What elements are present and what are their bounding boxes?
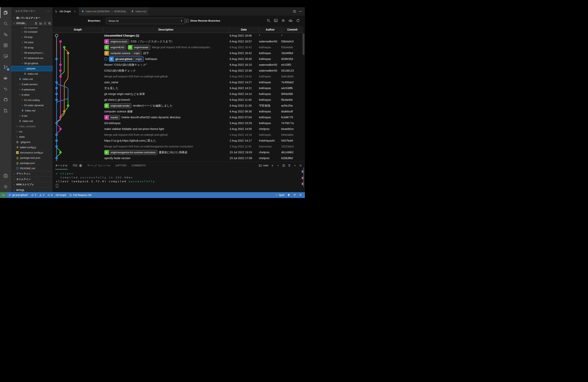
branch-label-computer-science[interactable]: computer-scienceorigin	[104, 51, 142, 56]
branch-label-origin/css-test1[interactable]: origin/css-test1	[104, 39, 129, 44]
tree-item[interactable]: {}package-lock.json	[11, 155, 53, 160]
branches-dropdown[interactable]: Show All ▼	[106, 18, 185, 24]
activity-item-files[interactable]	[0, 7, 11, 18]
show-remote-branches-checkbox[interactable]: ✓	[185, 19, 189, 23]
graph-commit-dot[interactable]	[55, 122, 58, 125]
activity-item-github[interactable]	[0, 94, 11, 105]
tree-item[interactable]: 9-old	[11, 113, 53, 118]
graph-commit-dot[interactable]	[55, 139, 58, 142]
terminal-output[interactable]: ✔ Client Compiled successfully in 202.08…	[56, 172, 155, 188]
tree-item[interactable]: src	[11, 129, 53, 134]
branch-label-git-and-github[interactable]: git-and-githuborigin	[109, 56, 144, 62]
graph-commit-dot[interactable]	[55, 34, 58, 37]
shell-selector[interactable]: node	[259, 164, 268, 167]
status-0[interactable]: 0	[30, 192, 38, 198]
graph-commit-dot[interactable]	[59, 40, 62, 43]
activity-item-run-debug[interactable]	[0, 29, 11, 40]
graph-commit-dot[interactable]	[55, 93, 58, 95]
tab-index.md (003fe35d^ ↔ 003fe35d)[interactable]: index.md (003fe35d^ ↔ 003fe35d)	[79, 7, 128, 16]
graph-commit-dot[interactable]	[59, 128, 62, 130]
search-icon[interactable]	[266, 19, 271, 22]
status-Spell[interactable]: Spell	[273, 192, 286, 198]
new-file-icon[interactable]	[35, 22, 38, 25]
tree-item[interactable]: index.md	[11, 118, 53, 124]
refresh-icon[interactable]	[43, 22, 46, 25]
caret-down-icon[interactable]	[276, 164, 280, 167]
tree-item[interactable]: 02-constant	[11, 29, 53, 34]
panel-tab-デバッグ コンソール[interactable]: デバッグ コンソール	[87, 162, 110, 170]
graph-commit-dot[interactable]	[59, 151, 62, 154]
split-icon[interactable]	[282, 164, 285, 167]
sidebar-section-タイムライン[interactable]: タイムライン	[11, 176, 53, 182]
tree-item[interactable]: 05-array	[11, 45, 53, 50]
new-folder-icon[interactable]	[39, 22, 42, 25]
tree-item[interactable]: 07-advanced-css	[11, 55, 53, 61]
activity-item-extensions[interactable]	[0, 40, 11, 51]
activity-item-search[interactable]	[0, 18, 11, 29]
branch-label-origin/reorganize-for-summer-curriculum[interactable]: origin/reorganize-for-summer-curriculum	[104, 150, 157, 155]
branch-label-origin/master[interactable]: origin/master	[128, 45, 150, 50]
editor-scrollbar[interactable]	[303, 33, 304, 55]
graph-commit-dot[interactable]	[63, 46, 65, 49]
activity-item-settings[interactable]	[0, 181, 11, 192]
tree-item[interactable]: 01-not-coding	[11, 97, 53, 103]
status-Pull Request #34[interactable]: Pull Request #34	[68, 192, 93, 198]
sidebar-section-NPM スクリプト[interactable]: NPM スクリプト	[11, 182, 53, 187]
tree-item[interactable]: pictures	[11, 66, 53, 71]
panel-tab-COMMENTS[interactable]: COMMENTS	[131, 162, 146, 170]
fetch-icon[interactable]	[289, 19, 293, 22]
activity-item-docker[interactable]	[0, 73, 11, 84]
activity-item-history[interactable]	[0, 84, 11, 94]
status-Git Graph[interactable]: Git Graph	[54, 192, 68, 198]
tree-item[interactable]: 08-git-github	[11, 61, 53, 66]
graph-commit-dot[interactable]	[55, 81, 58, 84]
graph-commit-dot[interactable]	[59, 64, 62, 66]
status-bell-dot[interactable]	[297, 192, 303, 198]
tree-item[interactable]: 8-other	[11, 92, 53, 97]
remote-indicator[interactable]	[0, 192, 7, 198]
activity-item-account[interactable]	[0, 170, 11, 181]
tab-Git Graph[interactable]: Git Graph	[53, 7, 79, 16]
graph-commit-dot[interactable]	[55, 58, 58, 60]
workspace-folder-header[interactable]: UTCOD...	[11, 21, 53, 26]
graph-commit-dot[interactable]	[55, 99, 58, 101]
tree-item[interactable]: 04-class	[11, 40, 53, 45]
graph-commit-dot[interactable]	[59, 75, 62, 78]
close-icon[interactable]	[74, 10, 76, 13]
graph-commit-dot[interactable]	[55, 87, 58, 89]
tree-item[interactable]: 3-web-servers	[11, 82, 53, 87]
graph-commit-dot[interactable]	[63, 110, 65, 113]
panel-tab-JUPYTER[interactable]: JUPYTER	[115, 162, 126, 170]
tree-item[interactable]: 01-inspector	[11, 26, 53, 29]
tree-item[interactable]: JSdocusaurus.config.js	[11, 150, 53, 155]
branch-label-origin/add-render[interactable]: origin/add-render	[104, 103, 131, 108]
plus-icon[interactable]	[271, 164, 274, 167]
more-actions-icon[interactable]: ⋯	[47, 9, 50, 13]
tree-item[interactable]: static	[11, 134, 53, 139]
status-feedback[interactable]	[292, 192, 297, 198]
tree-item[interactable]: 02-static-dynamic	[11, 103, 53, 108]
sidebar-section-MYSQL[interactable]: MYSQL	[11, 187, 53, 192]
graph-commit-dot[interactable]	[67, 52, 69, 54]
close-icon[interactable]	[299, 164, 302, 167]
more-icon[interactable]	[299, 10, 302, 13]
branch-label-origin/HEAD[interactable]: origin/HEAD	[104, 45, 126, 50]
tree-item[interactable]: Bbabel.config.js	[11, 145, 53, 150]
status-8[interactable]: 8	[46, 192, 54, 198]
activity-item-pull-request[interactable]	[0, 105, 11, 116]
graph-commit-dot[interactable]	[55, 134, 58, 136]
tree-item[interactable]: {}package.json	[11, 160, 53, 166]
panel-tab-問題[interactable]: 問題8	[73, 162, 82, 170]
settings-icon[interactable]	[281, 19, 285, 22]
chevron-up-icon[interactable]	[294, 164, 296, 167]
graph-commit-dot[interactable]	[55, 145, 58, 148]
tab-index.md[interactable]: index.md	[128, 7, 149, 16]
tree-item[interactable]: README.md	[11, 166, 53, 171]
graph-commit-dot[interactable]	[59, 116, 62, 119]
tree-item[interactable]: 03-loop	[11, 34, 53, 40]
terminal-scrollbar[interactable]	[303, 168, 304, 187]
graph-commit-dot[interactable]	[59, 69, 62, 72]
terminal-icon[interactable]	[274, 19, 278, 22]
tree-item[interactable]: 4-advanced	[11, 87, 53, 92]
tree-item[interactable]: node_modules	[11, 124, 53, 129]
